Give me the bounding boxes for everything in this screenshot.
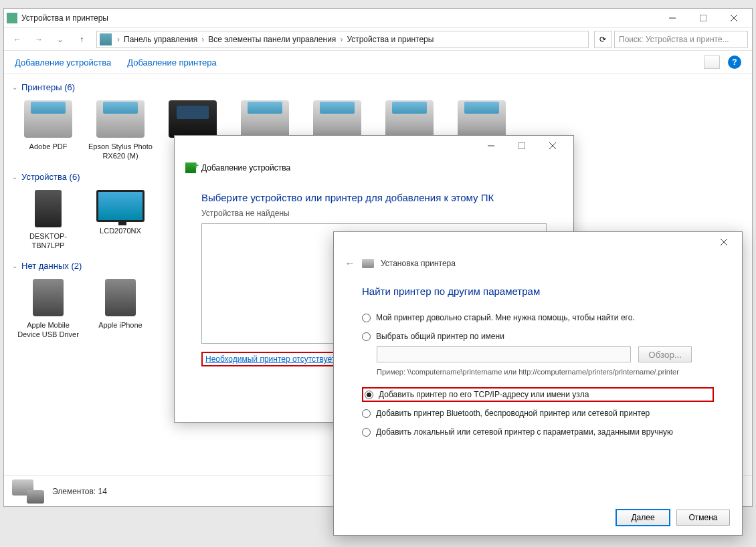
highlight-box: Добавить принтер по его TCP/IP-адресу ил… <box>362 387 714 402</box>
nav-back-button[interactable]: ← <box>8 30 27 49</box>
wizard1-title: Добавление устройства <box>201 163 290 173</box>
add-device-link[interactable]: Добавление устройства <box>15 58 111 68</box>
printer-icon <box>458 100 506 138</box>
nav-history-button[interactable]: ⌄ <box>51 30 70 49</box>
shared-printer-path-input[interactable] <box>377 346 631 362</box>
help-button[interactable]: ? <box>728 56 741 69</box>
highlight-box: Необходимый принтер отсутствует <box>201 352 339 366</box>
group-header-printers[interactable]: ⌄ Принтеры (6) <box>4 80 752 95</box>
add-printer-link[interactable]: Добавление принтера <box>127 58 216 68</box>
search-placeholder: Поиск: Устройства и принте... <box>619 35 729 44</box>
radio-icon <box>362 409 371 418</box>
radio-bluetooth[interactable]: Добавить принтер Bluetooth, беспроводной… <box>362 409 714 418</box>
search-input[interactable]: Поиск: Устройства и принте... <box>614 31 748 48</box>
radio-shared-printer[interactable]: Выбрать общий принтер по имени <box>362 332 714 341</box>
wizard1-subtitle: Устройства не найдены <box>201 209 547 218</box>
radio-label: Добавить принтер Bluetooth, беспроводной… <box>376 409 650 418</box>
radio-icon <box>362 332 371 341</box>
minimize-button[interactable] <box>657 9 688 27</box>
minimize-button[interactable] <box>476 136 506 155</box>
radio-old-printer[interactable]: Мой принтер довольно старый. Мне нужна п… <box>362 313 714 322</box>
printer-icon <box>385 100 434 138</box>
close-button[interactable] <box>708 233 739 251</box>
group-title: Принтеры (6) <box>21 82 75 92</box>
breadcrumb[interactable]: › Панель управления › Все элементы панел… <box>96 31 589 48</box>
device-item[interactable]: Apple Mobile Device USB Driver <box>15 279 82 340</box>
device-item[interactable]: Adobe PDF <box>15 100 82 161</box>
chevron-right-icon: › <box>339 35 344 44</box>
radio-icon <box>362 314 371 322</box>
nav-up-button[interactable]: ↑ <box>72 30 91 49</box>
close-button[interactable] <box>537 136 568 155</box>
printer-icon <box>96 100 145 138</box>
radio-label: Выбрать общий принтер по имени <box>376 332 504 341</box>
group-title: Устройства (6) <box>21 172 80 182</box>
chevron-right-icon: › <box>116 35 121 44</box>
drive-icon <box>105 279 136 316</box>
radio-local[interactable]: Добавить локальный или сетевой принтер с… <box>362 427 714 437</box>
maximize-button[interactable] <box>506 136 537 155</box>
status-text: Элементов: 14 <box>52 487 107 496</box>
nav-forward-button[interactable]: → <box>29 30 48 49</box>
add-device-icon <box>185 162 196 173</box>
monitor-icon <box>96 190 145 222</box>
breadcrumb-seg-1[interactable]: Все элементы панели управления <box>205 35 339 44</box>
explorer-titlebar: Устройства и принтеры <box>4 9 752 27</box>
radio-icon <box>362 428 371 437</box>
cancel-button[interactable]: Отмена <box>676 510 730 526</box>
browse-button[interactable]: Обзор... <box>638 346 692 362</box>
drive-icon <box>33 279 64 316</box>
chevron-down-icon: ⌄ <box>12 262 17 269</box>
chevron-right-icon: › <box>200 35 205 44</box>
wizard1-titlebar <box>175 136 573 156</box>
fax-icon <box>169 100 217 138</box>
devices-printers-icon <box>7 13 17 23</box>
missing-printer-link[interactable]: Необходимый принтер отсутствует <box>205 354 335 364</box>
group-title: Нет данных (2) <box>21 261 82 271</box>
example-text: Пример: \\computername\printername или h… <box>377 366 714 378</box>
back-arrow-icon[interactable]: ← <box>345 257 355 269</box>
next-button[interactable]: Далее <box>616 510 670 526</box>
chevron-down-icon: ⌄ <box>12 173 17 181</box>
wizard1-heading: Выберите устройство или принтер для доба… <box>201 192 547 203</box>
printer-icon <box>313 100 361 138</box>
devices-collection-icon <box>12 479 44 504</box>
radio-label: Добавить принтер по его TCP/IP-адресу ил… <box>379 390 589 399</box>
device-item[interactable]: LCD2070NX <box>87 190 154 251</box>
svg-rect-5 <box>518 142 525 149</box>
toolbar: Добавление устройства Добавление принтер… <box>4 50 752 74</box>
maximize-button[interactable] <box>688 9 719 27</box>
radio-label: Мой принтер довольно старый. Мне нужна п… <box>376 313 635 322</box>
device-item[interactable]: Epson Stylus Photo RX620 (M) <box>87 100 154 161</box>
device-item[interactable]: DESKTOP-TBN7LPP <box>15 190 82 251</box>
wizard2-titlebar <box>334 232 742 252</box>
printer-install-wizard: ← Установка принтера Найти принтер по др… <box>333 231 743 536</box>
svg-rect-1 <box>700 15 706 21</box>
wizard2-heading: Найти принтер по другим параметрам <box>362 286 714 297</box>
close-button[interactable] <box>719 9 749 27</box>
printer-icon <box>24 100 72 138</box>
navbar: ← → ⌄ ↑ › Панель управления › Все элемен… <box>4 27 752 50</box>
chevron-down-icon: ⌄ <box>12 84 17 91</box>
breadcrumb-seg-0[interactable]: Панель управления <box>121 35 200 44</box>
wizard2-crumb-text: Установка принтера <box>381 259 456 268</box>
printer-icon <box>241 100 289 138</box>
printer-icon <box>362 259 374 268</box>
radio-icon <box>365 391 373 399</box>
control-panel-icon <box>100 33 112 45</box>
radio-tcpip[interactable]: Добавить принтер по его TCP/IP-адресу ил… <box>365 390 711 399</box>
refresh-button[interactable]: ⟳ <box>594 31 611 48</box>
wizard2-crumb: ← Установка принтера <box>334 252 742 275</box>
device-item[interactable]: Apple iPhone <box>87 279 154 340</box>
radio-label: Добавить локальный или сетевой принтер с… <box>376 427 673 437</box>
pc-tower-icon <box>35 190 62 227</box>
breadcrumb-seg-2[interactable]: Устройства и принтеры <box>344 35 436 44</box>
view-options-button[interactable] <box>704 56 720 69</box>
window-title: Устройства и принтеры <box>21 13 657 23</box>
